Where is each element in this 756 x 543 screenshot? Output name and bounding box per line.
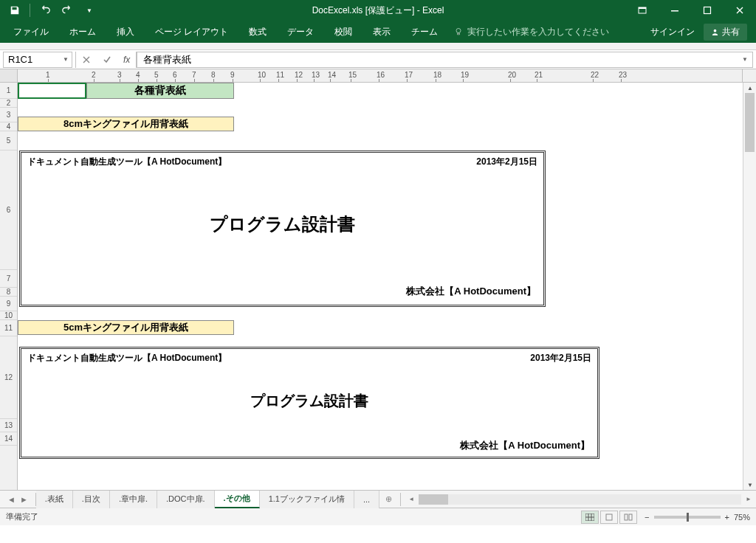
ribbon-collapsed-strip	[0, 43, 756, 50]
row-header[interactable]: 3	[0, 108, 17, 122]
view-normal-button[interactable]	[581, 511, 599, 524]
tab-home[interactable]: ホーム	[59, 21, 106, 43]
sheet-nav-next[interactable]: ►	[20, 495, 28, 504]
row-header[interactable]: 6	[0, 151, 17, 270]
doc-company: 株式会社【A HotDocument】	[21, 283, 543, 301]
sheet-tab[interactable]: .DOC中扉.	[157, 491, 215, 508]
scroll-up-arrow[interactable]: ▲	[743, 83, 756, 93]
row-header[interactable]: 10	[0, 311, 17, 320]
svg-rect-2	[671, 10, 678, 12]
row-header[interactable]: 11	[0, 320, 17, 336]
scroll-thumb[interactable]	[745, 93, 755, 152]
row-headers[interactable]: 1234567891011121314	[0, 83, 18, 490]
tab-page-layout[interactable]: ページ レイアウト	[145, 21, 238, 43]
select-all-corner[interactable]	[0, 69, 18, 82]
tab-view[interactable]: 表示	[362, 21, 401, 43]
worksheet-grid[interactable]: 各種背表紙 8cmキングファイル用背表紙 ドキュメント自動生成ツール【A Hot…	[18, 83, 743, 490]
formula-input[interactable]: 各種背表紙 ▼	[137, 52, 753, 68]
row-header[interactable]: 9	[0, 297, 17, 311]
column-ruler: 1234567891011121314151617181920212223	[0, 69, 756, 83]
active-cell-outline	[18, 83, 86, 99]
tab-insert[interactable]: 挿入	[106, 21, 145, 43]
doc-tool-label: ドキュメント自動生成ツール【A HotDocument】	[27, 352, 227, 364]
scroll-down-arrow[interactable]: ▼	[743, 480, 756, 490]
sheet-nav-prev[interactable]: ◄	[7, 495, 16, 504]
title-cell[interactable]: 各種背表紙	[86, 83, 234, 99]
chevron-down-icon: ▼	[63, 56, 69, 63]
row-header[interactable]: 12	[0, 336, 17, 419]
title-bar: ▼ DocExcel.xls [保護ビュー] - Excel	[0, 0, 756, 21]
doc-box-5cm[interactable]: ドキュメント自動生成ツール【A HotDocument】 2013年2月15日 …	[19, 347, 599, 459]
svg-rect-11	[625, 514, 628, 520]
formula-bar: R1C1 ▼ fx 各種背表紙 ▼	[0, 50, 756, 69]
row-header[interactable]: 14	[0, 432, 17, 446]
status-bar: 準備完了 − + 75%	[0, 508, 756, 525]
row-header[interactable]: 13	[0, 419, 17, 432]
scroll-right-arrow[interactable]: ►	[746, 496, 752, 502]
tab-data[interactable]: データ	[277, 21, 324, 43]
maximize-button[interactable]	[691, 0, 724, 21]
zoom-level[interactable]: 75%	[734, 513, 750, 522]
subheader-5cm[interactable]: 5cmキングファイル用背表紙	[18, 320, 234, 335]
minimize-button[interactable]	[659, 0, 691, 21]
scroll-left-arrow[interactable]: ◄	[408, 496, 414, 502]
tab-formulas[interactable]: 数式	[238, 21, 277, 43]
ribbon-display-options-button[interactable]	[626, 0, 659, 21]
person-icon	[711, 28, 719, 36]
share-button[interactable]: 共有	[704, 24, 747, 41]
sheet-tab[interactable]: 1.1ブックファイル情	[260, 491, 354, 508]
status-ready: 準備完了	[6, 511, 38, 522]
row-header[interactable]: 5	[0, 131, 17, 151]
doc-date: 2013年2月15日	[530, 352, 591, 364]
subheader-8cm[interactable]: 8cmキングファイル用背表紙	[18, 117, 234, 131]
horizontal-scrollbar[interactable]: ◄ ►	[408, 494, 752, 505]
vertical-scrollbar[interactable]: ▲ ▼	[743, 83, 756, 490]
add-sheet-button[interactable]: ⊕	[379, 494, 397, 504]
window-title: DocExcel.xls [保護ビュー] - Excel	[312, 4, 444, 17]
zoom-slider[interactable]	[654, 516, 721, 519]
qat-customize-dropdown[interactable]: ▼	[79, 1, 100, 19]
view-page-layout-button[interactable]	[600, 511, 618, 524]
chevron-down-icon: ▼	[742, 56, 748, 63]
save-button[interactable]	[4, 1, 25, 19]
doc-date: 2013年2月15日	[476, 156, 537, 168]
sheet-tab[interactable]: .その他	[215, 491, 260, 508]
sheet-tab[interactable]: ...	[354, 491, 379, 508]
enter-formula-button[interactable]	[97, 52, 117, 68]
undo-button[interactable]	[35, 1, 55, 19]
fx-button[interactable]: fx	[117, 55, 136, 65]
tab-team[interactable]: チーム	[401, 21, 448, 43]
zoom-out-button[interactable]: −	[645, 513, 649, 522]
ruler-ticks[interactable]: 1234567891011121314151617181920212223	[18, 69, 743, 82]
view-page-break-button[interactable]	[619, 511, 637, 524]
sheet-tab[interactable]: .目次	[73, 491, 110, 508]
svg-rect-3	[704, 7, 711, 14]
tab-file[interactable]: ファイル	[3, 21, 59, 43]
tell-me-search[interactable]: 実行したい作業を入力してください	[454, 26, 609, 38]
row-header[interactable]: 1	[0, 83, 17, 99]
doc-box-8cm[interactable]: ドキュメント自動生成ツール【A HotDocument】 2013年2月15日 …	[19, 151, 546, 307]
sheet-tab[interactable]: .章中扉.	[110, 491, 157, 508]
ribbon-tabs: ファイル ホーム 挿入 ページ レイアウト 数式 データ 校閲 表示 チーム 実…	[0, 21, 756, 43]
name-box[interactable]: R1C1 ▼	[3, 52, 72, 68]
row-header[interactable]: 4	[0, 122, 17, 131]
close-button[interactable]	[724, 0, 756, 21]
scroll-thumb[interactable]	[419, 494, 448, 505]
sheet-tab-bar: ◄ ► .表紙.目次.章中扉..DOC中扉..その他1.1ブックファイル情...…	[0, 490, 756, 508]
quick-access-toolbar: ▼	[0, 1, 100, 19]
doc-company: 株式会社【A HotDocument】	[21, 437, 597, 455]
cancel-formula-button[interactable]	[76, 52, 97, 68]
svg-rect-1	[639, 7, 646, 9]
row-header[interactable]: 8	[0, 288, 17, 297]
signin-link[interactable]: サインイン	[650, 26, 695, 38]
svg-point-4	[456, 29, 461, 33]
zoom-in-button[interactable]: +	[725, 513, 729, 522]
sheet-tab[interactable]: .表紙	[36, 491, 73, 508]
doc-tool-label: ドキュメント自動生成ツール【A HotDocument】	[27, 156, 227, 168]
redo-button[interactable]	[57, 1, 78, 19]
row-header[interactable]: 2	[0, 99, 17, 108]
svg-point-5	[714, 29, 717, 32]
tab-review[interactable]: 校閲	[324, 21, 362, 43]
doc-main-title: プログラム設計書	[21, 391, 597, 411]
row-header[interactable]: 7	[0, 270, 17, 288]
